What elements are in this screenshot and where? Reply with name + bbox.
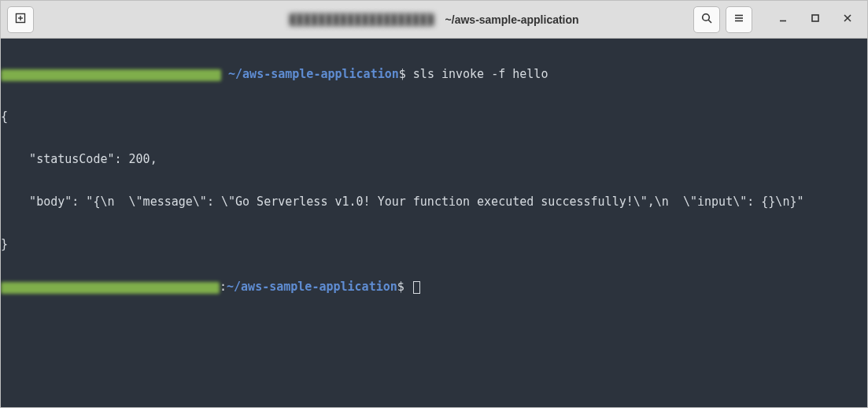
- svg-line-4: [708, 20, 711, 23]
- menu-button[interactable]: [726, 6, 752, 33]
- window-close-icon: [842, 13, 853, 26]
- window-title: ~/aws-sample-application: [445, 13, 579, 26]
- prompt-separator: :: [220, 280, 227, 294]
- command-text: sls invoke -f hello: [406, 67, 549, 81]
- prompt-symbol: $: [397, 280, 404, 294]
- prompt-symbol: $: [399, 67, 406, 81]
- titlebar: ████████████████████ ~/aws-sample-applic…: [1, 1, 867, 39]
- new-tab-icon: [14, 12, 27, 27]
- prompt-line-1: ~/aws-sample-application$ sls invoke -f …: [1, 67, 867, 81]
- cwd-path: ~/aws-sample-application: [221, 67, 399, 81]
- titlebar-left: [7, 6, 34, 33]
- terminal-body[interactable]: ~/aws-sample-application$ sls invoke -f …: [1, 39, 867, 407]
- minimize-button[interactable]: [770, 6, 796, 33]
- output-line: }: [1, 237, 867, 251]
- search-icon: [700, 12, 713, 27]
- terminal-window: ████████████████████ ~/aws-sample-applic…: [0, 0, 868, 408]
- redacted-user-host: [1, 282, 220, 294]
- svg-rect-9: [812, 15, 818, 21]
- output-line: "statusCode": 200,: [1, 152, 867, 166]
- output-line: {: [1, 109, 867, 124]
- window-minimize-icon: [778, 13, 789, 26]
- window-maximize-icon: [810, 13, 821, 26]
- close-button[interactable]: [834, 6, 861, 33]
- titlebar-right: [693, 6, 861, 33]
- prompt-line-2: :~/aws-sample-application$: [1, 280, 867, 294]
- redacted-user-host: [1, 69, 221, 81]
- cwd-path: ~/aws-sample-application: [227, 280, 397, 294]
- hamburger-menu-icon: [733, 12, 745, 27]
- new-tab-button[interactable]: [7, 6, 34, 33]
- output-line: "body": "{\n \"message\": \"Go Serverles…: [1, 195, 867, 209]
- search-button[interactable]: [693, 6, 720, 33]
- maximize-button[interactable]: [802, 6, 829, 33]
- titlebar-redacted: ████████████████████: [289, 13, 434, 25]
- cursor: [413, 281, 420, 294]
- svg-point-3: [703, 14, 710, 21]
